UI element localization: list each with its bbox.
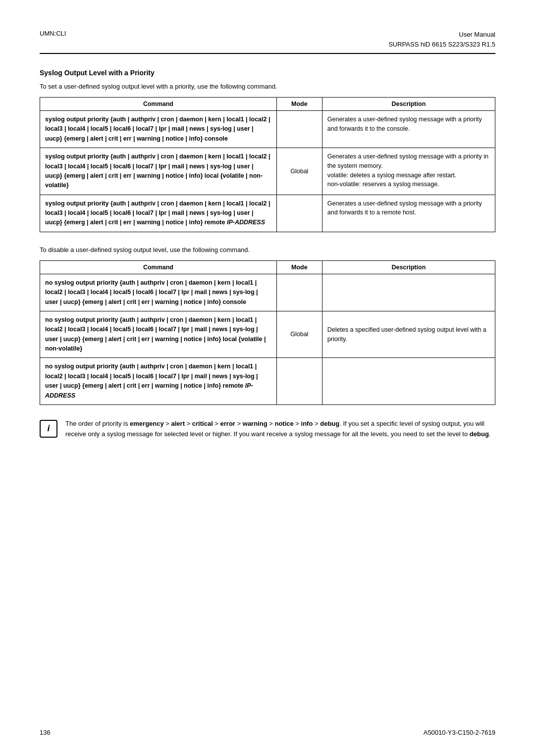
table-row: syslog output priority {auth | authpriv … xyxy=(40,195,495,232)
header-subtitle: SURPASS hiD 6615 S223/S323 R1.5 xyxy=(388,40,495,50)
table2-header-mode: Mode xyxy=(276,260,322,274)
table-row: syslog output priority {auth | authpriv … xyxy=(40,148,495,195)
table2-row2-command: no syslog output priority {auth | authpr… xyxy=(40,311,277,358)
table1-header-description: Description xyxy=(322,98,495,111)
table-row: no syslog output priority {auth | authpr… xyxy=(40,358,495,405)
info-text: The order of priority is emergency > ale… xyxy=(65,419,495,440)
table-row: syslog output priority {auth | authpriv … xyxy=(40,111,495,148)
table2-row1-desc xyxy=(322,274,495,311)
table1-row1-mode xyxy=(276,111,322,148)
table2-row1-mode xyxy=(276,274,322,311)
table2-row2-desc: Deletes a specified user-defined syslog … xyxy=(322,311,495,358)
table2-header-description: Description xyxy=(322,260,495,274)
intro-text-2: To disable a user-defined syslog output … xyxy=(40,246,495,253)
main-content: Syslog Output Level with a Priority To s… xyxy=(40,69,495,439)
table-row: no syslog output priority {auth | authpr… xyxy=(40,311,495,358)
header-left: UMN:CLI xyxy=(40,30,66,37)
table1-header-command: Command xyxy=(40,98,277,111)
table1-row1-desc: Generates a user-defined syslog mes­sage… xyxy=(322,111,495,148)
table1-row3-command: syslog output priority {auth | authpriv … xyxy=(40,195,277,232)
intro-text-1: To set a user-defined syslog output leve… xyxy=(40,83,495,90)
table-2: Command Mode Description no syslog outpu… xyxy=(40,260,495,405)
table2-header-command: Command xyxy=(40,260,277,274)
page: UMN:CLI User Manual SURPASS hiD 6615 S22… xyxy=(0,0,535,756)
table-1: Command Mode Description syslog output p… xyxy=(40,97,495,232)
page-footer: 136 A50010-Y3-C150-2-7619 xyxy=(40,729,495,736)
table2-row1-command: no syslog output priority {auth | authpr… xyxy=(40,274,277,311)
table1-row3-mode xyxy=(276,195,322,232)
page-header: UMN:CLI User Manual SURPASS hiD 6615 S22… xyxy=(40,30,495,54)
info-icon: i xyxy=(40,420,57,438)
table2-row3-desc xyxy=(322,358,495,405)
table2-row3-mode xyxy=(276,358,322,405)
table1-row2-mode: Global xyxy=(276,148,322,195)
table2-row3-command: no syslog output priority {auth | authpr… xyxy=(40,358,277,405)
table1-row1-command: syslog output priority {auth | authpriv … xyxy=(40,111,277,148)
section-title: Syslog Output Level with a Priority xyxy=(40,69,495,77)
footer-document-id: A50010-Y3-C150-2-7619 xyxy=(424,729,495,736)
table1-row2-command: syslog output priority {auth | authpriv … xyxy=(40,148,277,195)
table1-row2-desc: Generates a user-defined syslog mes­sage… xyxy=(322,148,495,195)
footer-page-number: 136 xyxy=(40,729,51,736)
header-title: User Manual xyxy=(388,30,495,40)
table1-row3-desc: Generates a user-defined syslog mes­sage… xyxy=(322,195,495,232)
table-row: no syslog output priority {auth | authpr… xyxy=(40,274,495,311)
table1-header-mode: Mode xyxy=(276,98,322,111)
table2-row2-mode: Global xyxy=(276,311,322,358)
header-right: User Manual SURPASS hiD 6615 S223/S323 R… xyxy=(388,30,495,49)
info-box: i The order of priority is emergency > a… xyxy=(40,419,495,440)
